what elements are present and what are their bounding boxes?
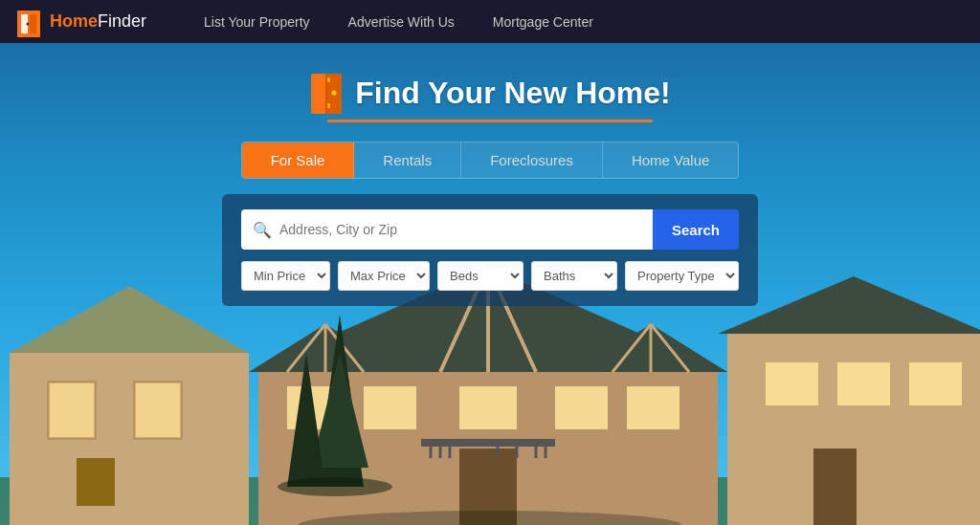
hero-title-row: Find Your New Home! — [309, 72, 671, 114]
title-underline — [327, 120, 653, 122]
property-type-select[interactable]: Property Type House Condo Townhouse Mult… — [625, 261, 739, 291]
nav-advertise[interactable]: Advertise With Us — [329, 0, 474, 43]
svg-rect-5 — [10, 353, 249, 525]
svg-rect-29 — [627, 386, 679, 429]
svg-rect-2 — [30, 14, 36, 33]
svg-rect-10 — [50, 383, 94, 437]
tab-for-sale[interactable]: For Sale — [242, 142, 355, 178]
min-price-select[interactable]: Min Price $100k $200k $300k $400k $500k+ — [241, 261, 330, 291]
search-input-wrapper: 🔍 — [241, 209, 653, 250]
svg-rect-26 — [364, 386, 416, 429]
beds-select[interactable]: Beds 1+ 2+ 3+ 4+ 5+ — [437, 261, 523, 291]
search-input[interactable] — [279, 212, 641, 247]
svg-rect-41 — [766, 362, 818, 405]
svg-rect-44 — [813, 448, 857, 525]
svg-rect-54 — [327, 77, 330, 82]
hero-section: Find Your New Home! For Sale Rentals For… — [0, 43, 980, 525]
svg-rect-11 — [136, 383, 180, 437]
search-magnifier-icon: 🔍 — [253, 221, 272, 239]
search-tabs: For Sale Rentals Foreclosures Home Value — [241, 142, 740, 179]
door-icon — [309, 72, 344, 114]
search-input-row: 🔍 Search — [241, 209, 739, 250]
svg-rect-43 — [909, 362, 962, 405]
logo-text: HomeFinder — [50, 11, 146, 32]
hero-title: Find Your New Home! — [355, 76, 671, 111]
search-box: 🔍 Search Min Price $100k $200k $300k $40… — [222, 194, 758, 306]
max-price-select[interactable]: Max Price $200k $300k $400k $500k $1M+ — [338, 261, 430, 291]
svg-rect-9 — [77, 458, 115, 506]
nav-mortgage[interactable]: Mortgage Center — [474, 0, 612, 43]
filter-row: Min Price $100k $200k $300k $400k $500k+… — [241, 261, 739, 291]
hero-content: Find Your New Home! For Sale Rentals For… — [0, 43, 980, 306]
tab-home-value[interactable]: Home Value — [603, 142, 738, 178]
navbar: HomeFinder List Your Property Advertise … — [0, 0, 980, 43]
svg-point-53 — [332, 91, 337, 96]
nav-links: List Your Property Advertise With Us Mor… — [185, 0, 612, 43]
svg-rect-28 — [555, 386, 608, 429]
nav-list-property[interactable]: List Your Property — [185, 0, 329, 43]
logo-icon — [15, 7, 42, 37]
svg-point-48 — [278, 477, 392, 496]
svg-rect-42 — [837, 362, 890, 405]
tab-foreclosures[interactable]: Foreclosures — [461, 142, 603, 178]
svg-rect-27 — [459, 386, 517, 429]
search-button[interactable]: Search — [653, 209, 739, 250]
logo[interactable]: HomeFinder — [15, 7, 146, 37]
baths-select[interactable]: Baths 1+ 2+ 3+ 4+ — [531, 261, 617, 291]
svg-rect-55 — [327, 103, 330, 108]
svg-point-3 — [27, 22, 30, 25]
tab-rentals[interactable]: Rentals — [354, 142, 461, 178]
